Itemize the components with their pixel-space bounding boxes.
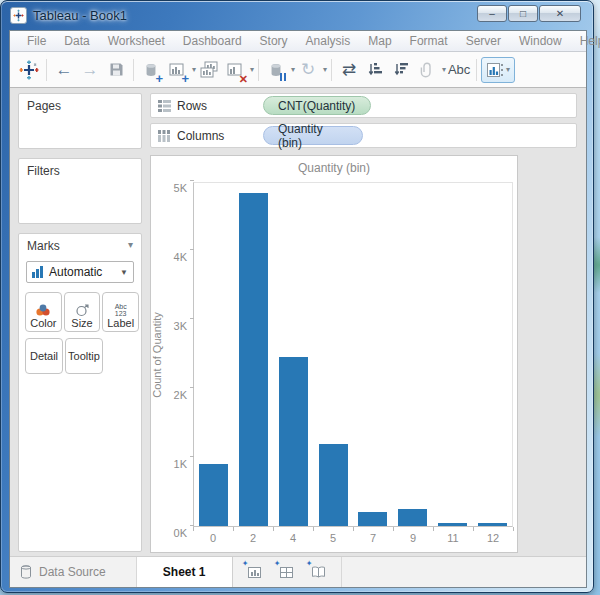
menu-file[interactable]: File <box>18 34 55 48</box>
bar-5[interactable] <box>319 444 348 526</box>
size-button[interactable]: Size <box>64 292 101 332</box>
menu-server[interactable]: Server <box>457 34 510 48</box>
bar-chart-icon <box>32 266 44 278</box>
y-tick-label: 4K <box>174 251 187 263</box>
bar-7[interactable] <box>358 512 387 526</box>
clear-sheet-caret[interactable]: ▾ <box>250 65 254 74</box>
toolbar-separator <box>331 59 332 81</box>
x-tick-label: 0 <box>193 532 233 544</box>
x-axis-labels: 0245791112 <box>193 532 513 544</box>
bar-12[interactable] <box>478 523 507 526</box>
filters-label: Filters <box>19 159 141 178</box>
plus-badge: + <box>181 74 189 84</box>
tableau-window: Tableau - Book1 – □ ✕ FileDataWorksheetD… <box>0 0 594 593</box>
bar-0[interactable] <box>199 464 228 526</box>
menu-data[interactable]: Data <box>55 34 98 48</box>
bar-2[interactable] <box>239 193 268 526</box>
columns-shelf[interactable]: Columns Quantity (bin) <box>150 123 577 148</box>
duplicate-sheet-button[interactable] <box>196 57 222 83</box>
maximize-button[interactable]: □ <box>508 5 538 22</box>
x-tick-label: 7 <box>353 532 393 544</box>
menu-map[interactable]: Map <box>359 34 400 48</box>
x-axis-ticks <box>193 527 514 531</box>
close-button[interactable]: ✕ <box>539 5 581 22</box>
tooltip-button[interactable]: Tooltip <box>65 338 103 374</box>
new-badge: ✦ <box>242 559 249 568</box>
columns-icon <box>158 130 171 142</box>
menu-format[interactable]: Format <box>401 34 457 48</box>
bar-4[interactable] <box>279 357 308 526</box>
x-tick-label: 4 <box>273 532 313 544</box>
menu-dashboard[interactable]: Dashboard <box>174 34 251 48</box>
y-tick-label: 0K <box>174 527 187 539</box>
desktop: Tableau - Book1 – □ ✕ FileDataWorksheetD… <box>0 0 600 595</box>
menu-analysis[interactable]: Analysis <box>297 34 360 48</box>
y-tick-label: 1K <box>174 458 187 470</box>
sheet1-label: Sheet 1 <box>163 565 206 579</box>
plus-badge: + <box>155 74 163 84</box>
x-tick-label: 2 <box>233 532 273 544</box>
clear-x-badge: ✕ <box>239 74 248 84</box>
save-button[interactable] <box>103 57 129 83</box>
minimize-button[interactable]: – <box>477 5 507 22</box>
refresh-button[interactable]: ↻ <box>295 57 321 83</box>
x-tick-label: 9 <box>393 532 433 544</box>
pages-shelf[interactable]: Pages <box>18 93 142 149</box>
sort-descending-button[interactable] <box>388 57 414 83</box>
menu-help[interactable]: Help <box>571 34 600 48</box>
color-button[interactable]: Color <box>25 292 62 332</box>
toolbar: ← → + <box>10 52 586 88</box>
rows-shelf[interactable]: Rows CNT(Quantity) <box>150 93 577 118</box>
bars <box>194 183 512 526</box>
bar-9[interactable] <box>398 509 427 526</box>
add-data-button[interactable]: + <box>138 57 164 83</box>
detail-button[interactable]: Detail <box>25 338 63 374</box>
redo-button[interactable]: → <box>77 57 103 83</box>
chart-view: Quantity (bin) Count of Quantity 0K1K2K3… <box>150 155 518 553</box>
titlebar[interactable]: Tableau - Book1 – □ ✕ <box>1 1 593 30</box>
color-icon <box>35 303 51 317</box>
highlight-button[interactable] <box>414 57 440 83</box>
new-dashboard-button[interactable]: ✦ <box>274 561 300 583</box>
tableau-logo-button[interactable] <box>16 57 42 83</box>
new-worksheet-tab-button[interactable]: ✦ <box>242 561 268 583</box>
pause-updates-button[interactable] <box>263 57 289 83</box>
data-source-tab[interactable]: Data Source <box>10 557 137 587</box>
menu-story[interactable]: Story <box>251 34 297 48</box>
window-title: Tableau - Book1 <box>33 8 127 23</box>
swap-axes-button[interactable]: ⇄ <box>336 57 362 83</box>
new-badge: ✦ <box>306 559 313 568</box>
show-labels-button[interactable]: Abc <box>446 57 472 83</box>
columns-pill[interactable]: Quantity (bin) <box>263 126 363 145</box>
sort-ascending-button[interactable] <box>362 57 388 83</box>
mark-type-dropdown[interactable]: Automatic ▼ <box>26 261 134 283</box>
sheet1-tab[interactable]: Sheet 1 <box>137 557 233 587</box>
new-worksheet-icon <box>246 564 263 580</box>
rows-label: Rows <box>177 99 239 113</box>
y-axis-label: Count of Quantity <box>150 182 164 527</box>
new-story-button[interactable]: ✦ <box>306 561 332 583</box>
rows-pill[interactable]: CNT(Quantity) <box>263 96 371 115</box>
duplicate-icon <box>199 60 219 80</box>
y-tick-label: 5K <box>174 182 187 194</box>
bar-11[interactable] <box>438 523 467 526</box>
y-tick-label: 3K <box>174 320 187 332</box>
dropdown-caret-icon: ▼ <box>120 268 128 277</box>
show-me-icon <box>486 61 504 79</box>
marks-caret-icon[interactable]: ▾ <box>128 239 133 253</box>
filters-shelf[interactable]: Filters <box>18 158 142 224</box>
abc123-icon: Abc 123 <box>115 303 127 317</box>
show-me-button[interactable]: ▾ <box>481 57 515 83</box>
workspace: Pages Filters Marks ▾ Automatic ▼ <box>10 88 586 556</box>
menu-window[interactable]: Window <box>510 34 571 48</box>
clear-sheet-button[interactable]: ✕ <box>222 57 248 83</box>
undo-button[interactable]: ← <box>51 57 77 83</box>
statusbar: Data Source Sheet 1 ✦ <box>10 556 586 587</box>
mark-type-value: Automatic <box>49 265 120 279</box>
label-button[interactable]: Abc 123 Label <box>102 292 139 332</box>
refresh-caret[interactable]: ▾ <box>323 65 327 74</box>
x-tick-label: 12 <box>473 532 513 544</box>
new-worksheet-button[interactable]: + <box>164 57 190 83</box>
menu-worksheet[interactable]: Worksheet <box>99 34 174 48</box>
sort-ascending-icon <box>367 61 384 78</box>
